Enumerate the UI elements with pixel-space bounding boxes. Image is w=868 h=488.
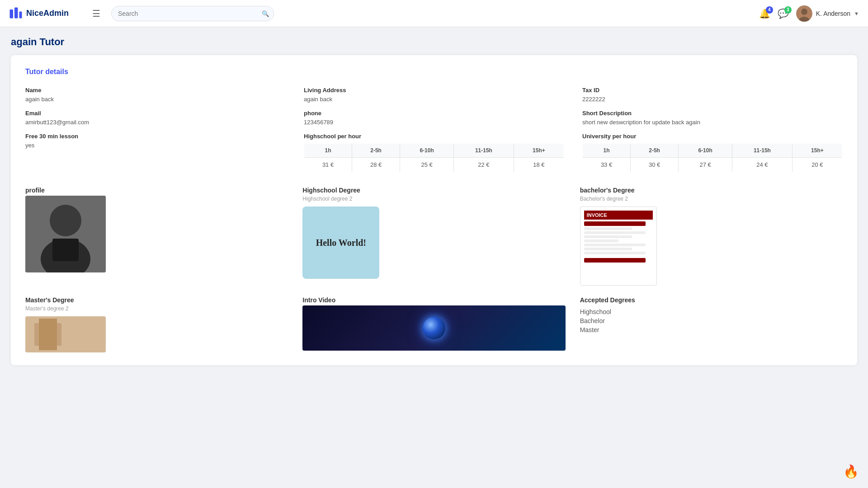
details-col-2: Living Address again back phone 12345678…: [304, 87, 564, 172]
search-bar: 🔍: [111, 6, 274, 21]
uni-values-row: 33 € 30 € 27 € 24 € 20 €: [583, 158, 843, 172]
highschool-degree-subtitle: Highschool degree 2: [302, 196, 565, 202]
svg-rect-2: [19, 11, 22, 18]
lower-grid: profile Highschool Degree Highschool deg…: [25, 187, 843, 286]
degree-master: Master: [580, 325, 843, 334]
search-input[interactable]: [111, 6, 274, 21]
hs-col-2-5h: 2-5h: [352, 144, 400, 158]
invoice-row-1: [584, 221, 646, 226]
email-field: Email amirbutt123@gmail.com: [25, 110, 286, 126]
masters-degree-subtitle: Master's degree 2: [25, 305, 288, 312]
highschool-pricing-table: 1h 2-5h 6-10h 11-15h 15h+ 31 € 28 €: [304, 143, 564, 172]
svg-point-4: [801, 9, 807, 15]
uni-col-2-5h: 2-5h: [631, 144, 679, 158]
free-lesson-field: Free 30 min lesson yes: [25, 133, 286, 149]
logo[interactable]: NiceAdmin: [9, 7, 81, 20]
university-pricing-table: 1h 2-5h 6-10h 11-15h 15h+ 33 € 30 €: [582, 143, 843, 172]
hamburger-icon: ☰: [92, 8, 100, 19]
intro-video-thumbnail[interactable]: [302, 305, 565, 351]
hs-col-6-10h: 6-10h: [400, 144, 454, 158]
living-address-value: again back: [304, 96, 332, 103]
uni-val-1h: 33 €: [583, 158, 631, 172]
svg-point-7: [50, 205, 81, 236]
university-pricing-label: University per hour: [582, 133, 843, 140]
hamburger-button[interactable]: ☰: [90, 6, 102, 21]
accepted-degrees-section: Accepted Degrees Highschool Bachelor Mas…: [580, 296, 843, 334]
uni-col-15h-plus: 15h+: [792, 144, 842, 158]
details-col-3: Tax ID 2222222 Short Description short n…: [582, 87, 843, 172]
invoice-row-5: [584, 239, 618, 242]
university-pricing-section: University per hour 1h 2-5h 6-10h 11-15h…: [582, 133, 843, 172]
chevron-down-icon: ▼: [854, 11, 859, 16]
free-lesson-label: Free 30 min lesson: [25, 133, 286, 140]
living-address-label: Living Address: [304, 87, 564, 94]
tax-id-value: 2222222: [582, 96, 605, 103]
invoice-header: INVOICE: [584, 211, 653, 220]
name-value: again back: [25, 96, 54, 103]
tutor-details-card: Tutor details Name again back Email amir…: [11, 55, 857, 365]
email-label: Email: [25, 110, 286, 117]
short-desc-field: Short Description short new deswcription…: [582, 110, 843, 126]
messages-button[interactable]: 💬 3: [778, 8, 789, 19]
invoice-row-9: [584, 258, 646, 263]
highschool-pricing-section: Highschool per hour 1h 2-5h 6-10h 11-15h…: [304, 133, 564, 172]
bachelors-degree-label: bachelor's Degree: [580, 187, 843, 194]
uni-val-15h-plus: 20 €: [792, 158, 842, 172]
accepted-degrees-list: Highschool Bachelor Master: [580, 307, 843, 334]
name-field: Name again back: [25, 87, 286, 103]
highschool-degree-label: Highschool Degree: [302, 187, 565, 194]
uni-val-2-5h: 30 €: [631, 158, 679, 172]
degree-highschool: Highschool: [580, 307, 843, 316]
svg-rect-9: [52, 239, 79, 261]
bachelors-degree-subtitle: Bachelor's degree 2: [580, 196, 843, 202]
hs-val-6-10h: 25 €: [400, 158, 454, 172]
phone-label: phone: [304, 110, 564, 117]
earth-glow: [423, 317, 445, 339]
uni-col-11-15h: 11-15h: [732, 144, 792, 158]
svg-rect-12: [39, 319, 57, 350]
hs-val-15h-plus: 18 €: [514, 158, 564, 172]
user-menu[interactable]: K. Anderson ▼: [796, 5, 859, 22]
invoice-row-6: [584, 244, 646, 246]
invoice-row-2: [584, 227, 632, 230]
user-name: K. Anderson: [816, 10, 850, 17]
name-label: Name: [25, 87, 286, 94]
avatar: [796, 5, 812, 22]
profile-image: [25, 196, 106, 272]
header: NiceAdmin ☰ 🔍 🔔 4 💬 3 K. Anderson: [0, 0, 868, 27]
phone-field: phone 123456789: [304, 110, 564, 126]
details-col-1: Name again back Email amirbutt123@gmail.…: [25, 87, 286, 172]
phone-value: 123456789: [304, 119, 333, 126]
uni-val-11-15h: 24 €: [732, 158, 792, 172]
notifications-badge: 4: [766, 6, 773, 14]
bottom-grid: Master's Degree Master's degree 2 Intro …: [25, 296, 843, 352]
uni-header-row: 1h 2-5h 6-10h 11-15h 15h+: [583, 144, 843, 158]
hello-world-text: Hello World!: [316, 238, 366, 248]
living-address-field: Living Address again back: [304, 87, 564, 103]
svg-rect-1: [14, 7, 18, 18]
highschool-pricing-label: Highschool per hour: [304, 133, 564, 140]
svg-rect-0: [10, 9, 14, 19]
notifications-button[interactable]: 🔔 4: [759, 8, 770, 19]
card-title: Tutor details: [25, 68, 843, 76]
messages-badge: 3: [784, 6, 792, 14]
short-desc-label: Short Description: [582, 110, 843, 117]
intro-video-section: Intro Video: [302, 296, 565, 351]
masters-degree-section: Master's Degree Master's degree 2: [25, 296, 288, 352]
profile-section: profile: [25, 187, 288, 286]
details-grid: Name again back Email amirbutt123@gmail.…: [25, 87, 843, 172]
degree-bachelor: Bachelor: [580, 316, 843, 325]
short-desc-value: short new deswcription for update back a…: [582, 119, 700, 126]
email-value: amirbutt123@gmail.com: [25, 119, 89, 126]
highschool-degree-image: Hello World!: [302, 206, 379, 279]
hs-col-1h: 1h: [304, 144, 352, 158]
bachelors-degree-image: INVOICE: [580, 206, 657, 286]
search-button[interactable]: 🔍: [262, 10, 269, 17]
logo-text: NiceAdmin: [26, 9, 69, 18]
hs-val-11-15h: 22 €: [453, 158, 514, 172]
hs-val-2-5h: 28 €: [352, 158, 400, 172]
invoice-row-8: [584, 252, 646, 254]
search-icon: 🔍: [262, 10, 269, 17]
hs-val-1h: 31 €: [304, 158, 352, 172]
invoice-row-7: [584, 248, 632, 250]
